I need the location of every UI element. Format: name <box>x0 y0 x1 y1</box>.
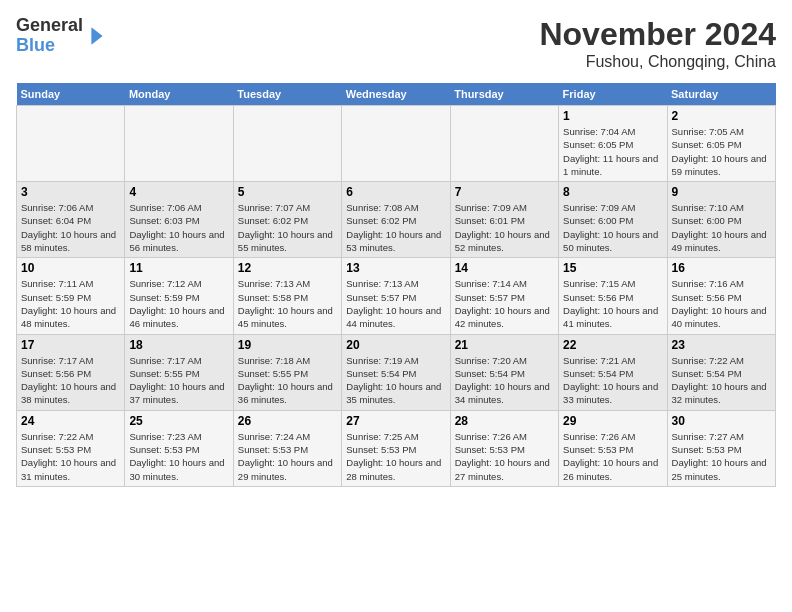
calendar-cell: 30Sunrise: 7:27 AM Sunset: 5:53 PM Dayli… <box>667 410 775 486</box>
day-number: 14 <box>455 261 554 275</box>
day-number: 13 <box>346 261 445 275</box>
day-header: Monday <box>125 83 233 106</box>
day-number: 10 <box>21 261 120 275</box>
day-info: Sunrise: 7:05 AM Sunset: 6:05 PM Dayligh… <box>672 125 771 178</box>
calendar-cell: 6Sunrise: 7:08 AM Sunset: 6:02 PM Daylig… <box>342 182 450 258</box>
calendar-subtitle: Fushou, Chongqing, China <box>539 53 776 71</box>
day-info: Sunrise: 7:06 AM Sunset: 6:04 PM Dayligh… <box>21 201 120 254</box>
day-number: 4 <box>129 185 228 199</box>
day-header: Tuesday <box>233 83 341 106</box>
calendar-cell: 19Sunrise: 7:18 AM Sunset: 5:55 PM Dayli… <box>233 334 341 410</box>
day-info: Sunrise: 7:26 AM Sunset: 5:53 PM Dayligh… <box>455 430 554 483</box>
day-number: 17 <box>21 338 120 352</box>
calendar-cell <box>450 106 558 182</box>
day-info: Sunrise: 7:19 AM Sunset: 5:54 PM Dayligh… <box>346 354 445 407</box>
calendar-cell: 5Sunrise: 7:07 AM Sunset: 6:02 PM Daylig… <box>233 182 341 258</box>
day-number: 23 <box>672 338 771 352</box>
day-info: Sunrise: 7:16 AM Sunset: 5:56 PM Dayligh… <box>672 277 771 330</box>
day-number: 24 <box>21 414 120 428</box>
day-info: Sunrise: 7:26 AM Sunset: 5:53 PM Dayligh… <box>563 430 662 483</box>
logo-line2: Blue <box>16 36 83 56</box>
calendar-cell: 2Sunrise: 7:05 AM Sunset: 6:05 PM Daylig… <box>667 106 775 182</box>
day-info: Sunrise: 7:15 AM Sunset: 5:56 PM Dayligh… <box>563 277 662 330</box>
calendar-header: SundayMondayTuesdayWednesdayThursdayFrid… <box>17 83 776 106</box>
day-number: 30 <box>672 414 771 428</box>
day-number: 6 <box>346 185 445 199</box>
day-number: 18 <box>129 338 228 352</box>
day-number: 9 <box>672 185 771 199</box>
logo-icon <box>85 24 109 48</box>
day-number: 28 <box>455 414 554 428</box>
day-info: Sunrise: 7:21 AM Sunset: 5:54 PM Dayligh… <box>563 354 662 407</box>
calendar-cell: 17Sunrise: 7:17 AM Sunset: 5:56 PM Dayli… <box>17 334 125 410</box>
logo: General Blue <box>16 16 109 56</box>
calendar-cell: 15Sunrise: 7:15 AM Sunset: 5:56 PM Dayli… <box>559 258 667 334</box>
calendar-cell: 14Sunrise: 7:14 AM Sunset: 5:57 PM Dayli… <box>450 258 558 334</box>
calendar-cell: 16Sunrise: 7:16 AM Sunset: 5:56 PM Dayli… <box>667 258 775 334</box>
day-header: Friday <box>559 83 667 106</box>
day-header: Sunday <box>17 83 125 106</box>
day-info: Sunrise: 7:25 AM Sunset: 5:53 PM Dayligh… <box>346 430 445 483</box>
day-number: 21 <box>455 338 554 352</box>
day-info: Sunrise: 7:24 AM Sunset: 5:53 PM Dayligh… <box>238 430 337 483</box>
day-info: Sunrise: 7:11 AM Sunset: 5:59 PM Dayligh… <box>21 277 120 330</box>
day-info: Sunrise: 7:12 AM Sunset: 5:59 PM Dayligh… <box>129 277 228 330</box>
day-number: 15 <box>563 261 662 275</box>
calendar-cell: 26Sunrise: 7:24 AM Sunset: 5:53 PM Dayli… <box>233 410 341 486</box>
day-info: Sunrise: 7:09 AM Sunset: 6:01 PM Dayligh… <box>455 201 554 254</box>
day-info: Sunrise: 7:13 AM Sunset: 5:58 PM Dayligh… <box>238 277 337 330</box>
calendar-cell: 8Sunrise: 7:09 AM Sunset: 6:00 PM Daylig… <box>559 182 667 258</box>
calendar-cell: 23Sunrise: 7:22 AM Sunset: 5:54 PM Dayli… <box>667 334 775 410</box>
day-number: 12 <box>238 261 337 275</box>
calendar-cell: 3Sunrise: 7:06 AM Sunset: 6:04 PM Daylig… <box>17 182 125 258</box>
calendar-cell: 25Sunrise: 7:23 AM Sunset: 5:53 PM Dayli… <box>125 410 233 486</box>
day-number: 7 <box>455 185 554 199</box>
calendar-cell: 4Sunrise: 7:06 AM Sunset: 6:03 PM Daylig… <box>125 182 233 258</box>
day-number: 2 <box>672 109 771 123</box>
day-info: Sunrise: 7:14 AM Sunset: 5:57 PM Dayligh… <box>455 277 554 330</box>
calendar-cell: 1Sunrise: 7:04 AM Sunset: 6:05 PM Daylig… <box>559 106 667 182</box>
calendar-cell: 29Sunrise: 7:26 AM Sunset: 5:53 PM Dayli… <box>559 410 667 486</box>
calendar-cell: 9Sunrise: 7:10 AM Sunset: 6:00 PM Daylig… <box>667 182 775 258</box>
calendar-cell <box>233 106 341 182</box>
day-number: 11 <box>129 261 228 275</box>
day-header: Wednesday <box>342 83 450 106</box>
day-number: 20 <box>346 338 445 352</box>
calendar-cell: 28Sunrise: 7:26 AM Sunset: 5:53 PM Dayli… <box>450 410 558 486</box>
day-info: Sunrise: 7:13 AM Sunset: 5:57 PM Dayligh… <box>346 277 445 330</box>
calendar-cell <box>125 106 233 182</box>
day-info: Sunrise: 7:27 AM Sunset: 5:53 PM Dayligh… <box>672 430 771 483</box>
svg-marker-0 <box>91 27 102 45</box>
calendar-cell: 22Sunrise: 7:21 AM Sunset: 5:54 PM Dayli… <box>559 334 667 410</box>
day-number: 5 <box>238 185 337 199</box>
day-info: Sunrise: 7:06 AM Sunset: 6:03 PM Dayligh… <box>129 201 228 254</box>
day-info: Sunrise: 7:20 AM Sunset: 5:54 PM Dayligh… <box>455 354 554 407</box>
day-info: Sunrise: 7:17 AM Sunset: 5:55 PM Dayligh… <box>129 354 228 407</box>
day-number: 8 <box>563 185 662 199</box>
calendar-cell: 11Sunrise: 7:12 AM Sunset: 5:59 PM Dayli… <box>125 258 233 334</box>
day-info: Sunrise: 7:04 AM Sunset: 6:05 PM Dayligh… <box>563 125 662 178</box>
day-number: 25 <box>129 414 228 428</box>
day-info: Sunrise: 7:17 AM Sunset: 5:56 PM Dayligh… <box>21 354 120 407</box>
day-header: Saturday <box>667 83 775 106</box>
calendar-cell: 10Sunrise: 7:11 AM Sunset: 5:59 PM Dayli… <box>17 258 125 334</box>
day-number: 3 <box>21 185 120 199</box>
day-info: Sunrise: 7:07 AM Sunset: 6:02 PM Dayligh… <box>238 201 337 254</box>
calendar-title: November 2024 <box>539 16 776 53</box>
day-info: Sunrise: 7:23 AM Sunset: 5:53 PM Dayligh… <box>129 430 228 483</box>
calendar-cell: 24Sunrise: 7:22 AM Sunset: 5:53 PM Dayli… <box>17 410 125 486</box>
calendar-cell <box>342 106 450 182</box>
day-header: Thursday <box>450 83 558 106</box>
day-info: Sunrise: 7:09 AM Sunset: 6:00 PM Dayligh… <box>563 201 662 254</box>
calendar-cell <box>17 106 125 182</box>
page-header: General Blue November 2024 Fushou, Chong… <box>16 16 776 71</box>
day-number: 29 <box>563 414 662 428</box>
calendar-cell: 13Sunrise: 7:13 AM Sunset: 5:57 PM Dayli… <box>342 258 450 334</box>
calendar-cell: 20Sunrise: 7:19 AM Sunset: 5:54 PM Dayli… <box>342 334 450 410</box>
calendar-cell: 12Sunrise: 7:13 AM Sunset: 5:58 PM Dayli… <box>233 258 341 334</box>
day-info: Sunrise: 7:18 AM Sunset: 5:55 PM Dayligh… <box>238 354 337 407</box>
calendar-cell: 27Sunrise: 7:25 AM Sunset: 5:53 PM Dayli… <box>342 410 450 486</box>
day-number: 22 <box>563 338 662 352</box>
title-block: November 2024 Fushou, Chongqing, China <box>539 16 776 71</box>
calendar-table: SundayMondayTuesdayWednesdayThursdayFrid… <box>16 83 776 487</box>
